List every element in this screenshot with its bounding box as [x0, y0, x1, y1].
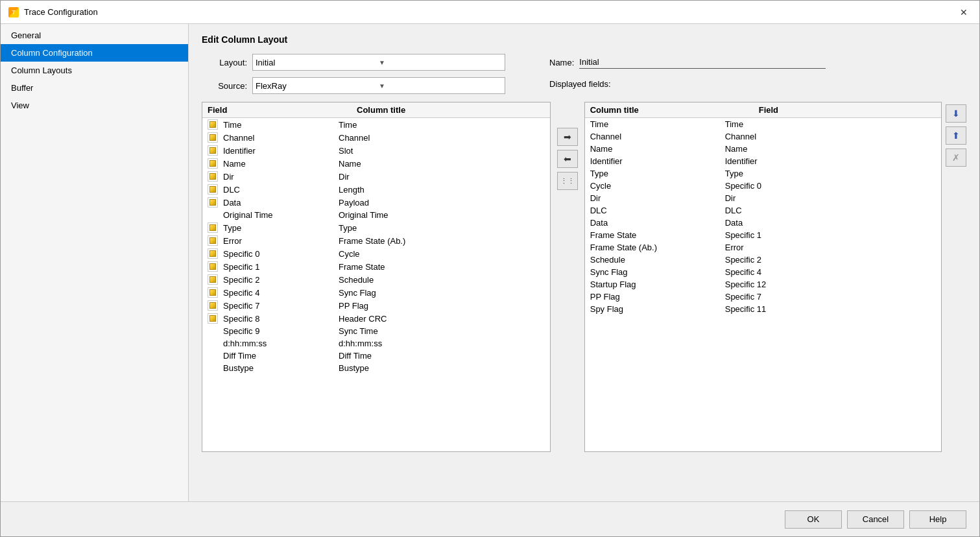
title-bar-left: T Trace Configuration	[8, 7, 98, 18]
right-column-title: Schedule	[590, 255, 720, 265]
edit-button[interactable]: ⋮⋮	[557, 172, 578, 190]
right-table-row[interactable]: Sync FlagSpecific 4	[585, 266, 941, 278]
left-table-row[interactable]: NameName	[202, 157, 550, 170]
right-table-row[interactable]: ScheduleSpecific 2	[585, 254, 941, 266]
right-column-title: Cycle	[590, 181, 720, 191]
right-table-row[interactable]: Spy FlagSpecific 11	[585, 303, 941, 315]
field-title: Type	[339, 223, 545, 233]
right-table-row[interactable]: ChannelChannel	[585, 130, 941, 143]
field-icon	[208, 197, 218, 208]
right-section: Column title Field TimeTimeChannelChanne…	[584, 102, 966, 452]
right-table-row[interactable]: TypeType	[585, 167, 941, 180]
right-table-row[interactable]: IdentifierIdentifier	[585, 155, 941, 167]
cancel-button[interactable]: Cancel	[847, 510, 904, 529]
layout-row: Layout: Initial ▼ Name:	[202, 54, 966, 71]
field-icon	[208, 145, 218, 156]
right-field-name: Specific 4	[725, 267, 936, 277]
move-down-button[interactable]: ⬇	[946, 104, 966, 123]
right-table-row[interactable]: Startup FlagSpecific 12	[585, 278, 941, 291]
right-table-row[interactable]: CycleSpecific 0	[585, 180, 941, 192]
field-name: Name	[223, 159, 333, 169]
sidebar-item-buffer[interactable]: Buffer	[1, 79, 188, 97]
right-panel-body[interactable]: TimeTimeChannelChannelNameNameIdentifier…	[585, 118, 941, 451]
sidebar-item-column-layouts[interactable]: Column Layouts	[1, 62, 188, 79]
field-icon	[208, 119, 218, 130]
field-name: Type	[223, 223, 333, 233]
field-icon	[208, 300, 218, 311]
left-table-row[interactable]: DLCLength	[202, 183, 550, 196]
sidebar-item-view[interactable]: View	[1, 97, 188, 114]
left-table-row[interactable]: ErrorFrame State (Ab.)	[202, 234, 550, 247]
left-table-row[interactable]: BustypeBustype	[202, 362, 550, 374]
field-name: Channel	[223, 133, 333, 143]
field-icon	[208, 274, 218, 285]
right-column-title: Channel	[590, 132, 720, 141]
move-up-button[interactable]: ⬆	[946, 126, 966, 145]
right-table-row[interactable]: TimeTime	[585, 118, 941, 130]
right-table-row[interactable]: Frame StateSpecific 1	[585, 229, 941, 241]
right-field-name: DLC	[725, 206, 936, 215]
left-table-row[interactable]: Specific 9Sync Time	[202, 325, 550, 337]
right-column-title: Sync Flag	[590, 267, 720, 277]
sidebar-item-general[interactable]: General	[1, 27, 188, 44]
sidebar-item-column-configuration[interactable]: Column Configuration	[1, 44, 188, 62]
left-table-row[interactable]: Specific 4Sync Flag	[202, 286, 550, 299]
right-action-buttons: ⬇ ⬆ ✗	[946, 102, 966, 452]
add-button[interactable]: ➡	[557, 128, 578, 146]
left-table-row[interactable]: IdentifierSlot	[202, 144, 550, 157]
remove-button[interactable]: ⬅	[557, 150, 578, 168]
left-table-row[interactable]: DataPayload	[202, 196, 550, 209]
left-panel: Field Column title TimeTimeChannelChanne…	[202, 102, 551, 452]
help-button[interactable]: Help	[909, 510, 966, 529]
name-input[interactable]	[579, 56, 826, 69]
left-col1-header: Field	[208, 105, 318, 115]
field-title: Diff Time	[339, 351, 545, 361]
field-icon	[208, 235, 218, 246]
delete-row-button[interactable]: ✗	[946, 149, 966, 167]
right-table-row[interactable]: NameName	[585, 143, 941, 155]
right-col2-header: Field	[759, 105, 778, 115]
right-table-row[interactable]: PP FlagSpecific 7	[585, 291, 941, 303]
field-title: Channel	[339, 133, 545, 143]
ok-button[interactable]: OK	[785, 510, 842, 529]
field-name: Specific 2	[223, 275, 333, 285]
field-title: Name	[339, 159, 545, 169]
left-table-row[interactable]: Specific 0Cycle	[202, 247, 550, 260]
name-section: Name:	[549, 56, 826, 69]
left-table-row[interactable]: TypeType	[202, 221, 550, 234]
source-select[interactable]: FlexRay ▼	[252, 77, 505, 94]
field-name: Specific 1	[223, 262, 333, 272]
right-col1-header: Column title	[590, 105, 720, 115]
right-field-name: Specific 2	[725, 255, 936, 265]
left-table-row[interactable]: Specific 2Schedule	[202, 273, 550, 286]
left-table-row[interactable]: DirDir	[202, 170, 550, 183]
left-table-row[interactable]: Diff TimeDiff Time	[202, 350, 550, 362]
left-table-row[interactable]: Original TimeOriginal Time	[202, 209, 550, 221]
field-icon	[208, 261, 218, 272]
right-table-row[interactable]: DataData	[585, 217, 941, 229]
left-table-row[interactable]: TimeTime	[202, 118, 550, 131]
right-field-name: Specific 0	[725, 181, 936, 191]
left-table-row[interactable]: Specific 8Header CRC	[202, 312, 550, 325]
left-panel-body[interactable]: TimeTimeChannelChannelIdentifierSlotName…	[202, 118, 550, 451]
right-field-name: Specific 12	[725, 280, 936, 289]
left-table-row[interactable]: Specific 7PP Flag	[202, 299, 550, 312]
field-title: d:hh:mm:ss	[339, 339, 545, 348]
right-table-row[interactable]: Frame State (Ab.)Error	[585, 241, 941, 254]
right-field-name: Dir	[725, 193, 936, 203]
layout-select[interactable]: Initial ▼	[252, 54, 505, 71]
title-bar: T Trace Configuration ✕	[1, 1, 979, 24]
close-button[interactable]: ✕	[956, 5, 972, 20]
field-title: Sync Time	[339, 326, 545, 336]
right-column-title: Data	[590, 218, 720, 228]
right-table-row[interactable]: DLCDLC	[585, 204, 941, 217]
field-name: Specific 0	[223, 249, 333, 259]
right-table-row[interactable]: DirDir	[585, 192, 941, 204]
field-title: Header CRC	[339, 314, 545, 324]
left-table-row[interactable]: Specific 1Frame State	[202, 260, 550, 273]
field-title: Cycle	[339, 249, 545, 259]
left-table-row[interactable]: d:hh:mm:ssd:hh:mm:ss	[202, 337, 550, 350]
field-title: Sync Flag	[339, 288, 545, 298]
source-label: Source:	[202, 81, 247, 91]
left-table-row[interactable]: ChannelChannel	[202, 131, 550, 144]
